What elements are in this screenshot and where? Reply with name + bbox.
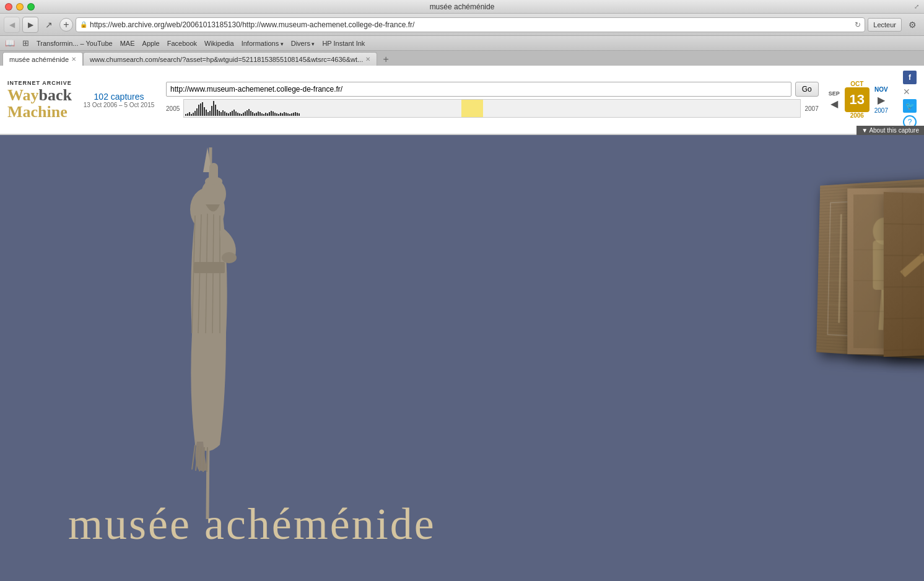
cal-day: 13 (845, 87, 870, 112)
year-next: 2007 (804, 105, 818, 112)
wayback-go-button[interactable]: Go (795, 82, 819, 97)
new-tab-button[interactable]: + (380, 53, 392, 66)
bookmark-hp[interactable]: HP Instant Ink (322, 40, 365, 47)
close-button[interactable] (5, 3, 12, 11)
bookmark-youtube[interactable]: Transformin... – YouTube (37, 40, 113, 47)
bookmarks-icon: 📖 (5, 38, 15, 48)
wayback-logo: INTERNET ARCHIVE Wayback Machine (7, 80, 72, 119)
grid-icon: ⊞ (22, 38, 29, 48)
bookmark-mae[interactable]: MAE (120, 40, 135, 47)
resize-icon: ⤢ (914, 3, 919, 10)
about-capture-button[interactable]: ▼ About this capture (856, 126, 924, 135)
timeline-highlight (461, 100, 483, 117)
bookmarks-bar: 📖 ⊞ Transformin... – YouTube MAE Apple F… (0, 36, 924, 51)
cal-next-button[interactable]: ▶ (878, 94, 885, 106)
tab-close-active[interactable]: ✕ (71, 56, 76, 63)
back-button[interactable]: ◀ (4, 17, 20, 33)
captures-link[interactable]: 102 captures (82, 92, 156, 102)
svg-line-40 (884, 224, 924, 226)
svg-line-12 (207, 447, 207, 472)
add-tab-button[interactable]: + (59, 18, 73, 32)
twitter-share-icon[interactable]: 🐦 (903, 99, 917, 113)
oct-label: OCT (850, 81, 863, 87)
bookmark-informations[interactable]: Informations (242, 40, 284, 47)
svg-line-42 (884, 287, 924, 287)
url-bar[interactable]: 🔒 https://web.archive.org/web/2006101318… (76, 17, 865, 32)
wayback-way: Way (7, 86, 39, 105)
maximize-button[interactable] (27, 3, 35, 11)
museum-title: musée achéménide (68, 499, 436, 550)
lecteur-button[interactable]: Lecteur (868, 18, 902, 32)
bookmark-divers[interactable]: Divers (291, 40, 315, 47)
bookmark-facebook[interactable]: Facebook (167, 40, 197, 47)
cal-prev-button[interactable]: ◀ (830, 98, 838, 110)
wayback-machine-text: Machine (7, 105, 68, 119)
tabs-bar: musée achéménide ✕ www.chumsearch.com/se… (0, 51, 924, 66)
tab-close-second[interactable]: ✕ (365, 56, 370, 63)
calendar-nav: SEP ◀ OCT 13 2006 NOV ▶ 2007 (829, 81, 888, 119)
svg-line-14 (839, 214, 842, 323)
sep-label: SEP (829, 90, 840, 97)
svg-rect-5 (209, 163, 218, 185)
wayback-banner: INTERNET ARCHIVE Wayback Machine 102 cap… (0, 66, 924, 135)
wayback-back: back (39, 86, 72, 105)
title-bar: musée achéménide ⤢ (0, 0, 924, 14)
url-text: https://web.archive.org/web/200610131851… (90, 20, 852, 29)
tab-label-second: www.chumsearch.com/search/?asset=hp&wtgu… (90, 56, 363, 63)
tab-label-active: musée achéménide (9, 56, 69, 63)
wayback-url-input[interactable] (166, 82, 791, 97)
browser-toolbar: ◀ ▶ ↗ + 🔒 https://web.archive.org/web/20… (0, 14, 924, 36)
tab-second[interactable]: www.chumsearch.com/search/?asset=hp&wtgu… (83, 52, 377, 66)
social-icons: f ✕ 🐦 ? (903, 71, 917, 129)
share-button[interactable]: ↗ (41, 17, 57, 33)
window-controls (5, 3, 35, 11)
global-reload-icon[interactable]: ⚙ (904, 17, 920, 33)
facebook-share-icon[interactable]: f (903, 71, 917, 84)
internet-archive-text: INTERNET ARCHIVE (7, 80, 72, 86)
lock-icon: 🔒 (80, 21, 87, 28)
main-content: musée achéménide (0, 135, 924, 581)
minimize-button[interactable] (16, 3, 24, 11)
timeline (183, 99, 801, 118)
guard-silhouette (99, 147, 285, 544)
forward-button[interactable]: ▶ (22, 17, 38, 33)
nov-label: NOV (874, 86, 888, 93)
captures-dates: 13 Oct 2006 – 5 Oct 2015 (82, 102, 156, 108)
svg-line-8 (192, 445, 195, 470)
wayback-url-area: Go (166, 82, 819, 97)
svg-rect-7 (194, 262, 225, 273)
cal-year-next: 2007 (874, 107, 888, 114)
close-wayback-icon[interactable]: ✕ (903, 87, 917, 97)
svg-line-43 (884, 317, 924, 318)
year-prev: 2005 (166, 105, 180, 112)
svg-line-41 (884, 255, 924, 256)
tab-active[interactable]: musée achéménide ✕ (2, 52, 83, 66)
tablet-3 (884, 192, 924, 357)
reload-icon[interactable]: ↻ (855, 20, 861, 29)
wayback-captures: 102 captures 13 Oct 2006 – 5 Oct 2015 (82, 92, 156, 108)
bookmark-wikipedia[interactable]: Wikipedia (204, 40, 234, 47)
window-title: musée achéménide (430, 2, 495, 11)
svg-line-44 (884, 347, 924, 351)
svg-point-6 (222, 252, 237, 263)
bookmark-apple[interactable]: Apple (142, 40, 160, 47)
svg-line-38 (902, 256, 924, 274)
cal-year: 2006 (850, 112, 864, 119)
